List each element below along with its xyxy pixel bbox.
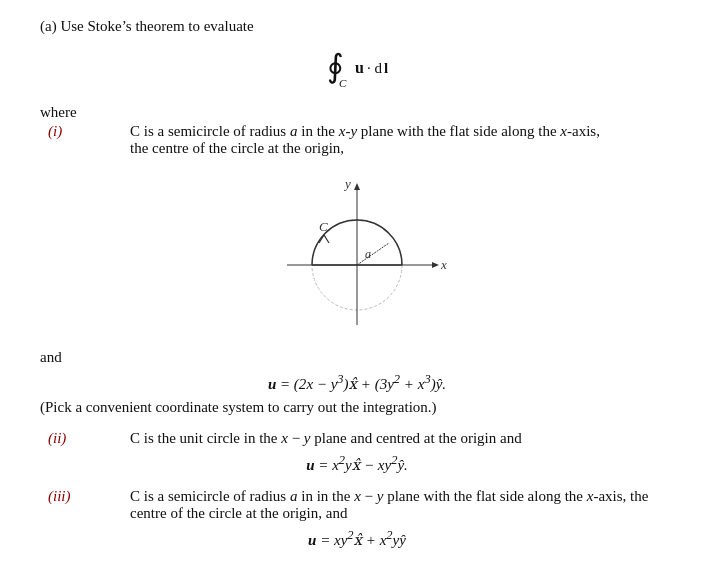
- sub-item-i: (i) C is a semicircle of radius a in the…: [40, 123, 674, 157]
- svg-text:u: u: [355, 59, 364, 76]
- svg-text:l: l: [384, 60, 388, 76]
- sub-item-ii: (ii) C is the unit circle in the x − y p…: [40, 430, 674, 447]
- svg-marker-8: [432, 262, 439, 268]
- where-block: where (i) C is a semicircle of radius a …: [40, 104, 674, 549]
- and-label: and: [40, 349, 674, 366]
- svg-text:x: x: [440, 257, 447, 272]
- svg-line-15: [357, 243, 389, 265]
- pick-note: (Pick a convenient coordinate system to …: [40, 399, 674, 416]
- u-equation-2: u = x2yx̂ − xy2ŷ.: [40, 453, 674, 474]
- description-iii: C is a semicircle of radius a in in the …: [130, 488, 674, 522]
- diagram-container: y x C a: [40, 175, 674, 339]
- roman-ii: (ii): [40, 430, 130, 447]
- integral-display: ∮ C u · d l: [40, 43, 674, 96]
- part-a-label: (a) Use Stoke’s theorem to evaluate: [40, 18, 674, 35]
- description-ii: C is the unit circle in the x − y plane …: [130, 430, 674, 447]
- where-label: where: [40, 104, 674, 121]
- roman-iii: (iii): [40, 488, 130, 522]
- svg-text:C: C: [319, 219, 328, 234]
- semicircle-diagram: y x C a: [257, 175, 457, 335]
- integral-svg: ∮ C u · d l: [317, 43, 397, 91]
- sub-item-iii: (iii) C is a semicircle of radius a in i…: [40, 488, 674, 522]
- svg-marker-10: [354, 183, 360, 190]
- description-i: C is a semicircle of radius a in the x-y…: [130, 123, 674, 157]
- roman-i: (i): [40, 123, 130, 157]
- svg-text:y: y: [343, 176, 351, 191]
- svg-text:· d: · d: [367, 60, 383, 76]
- svg-text:C: C: [339, 77, 347, 89]
- u-equation-3: u = xy2x̂ + x2yŷ: [40, 528, 674, 549]
- u-equation-1: u = (2x − y3)x̂ + (3y2 + x3)ŷ.: [40, 372, 674, 393]
